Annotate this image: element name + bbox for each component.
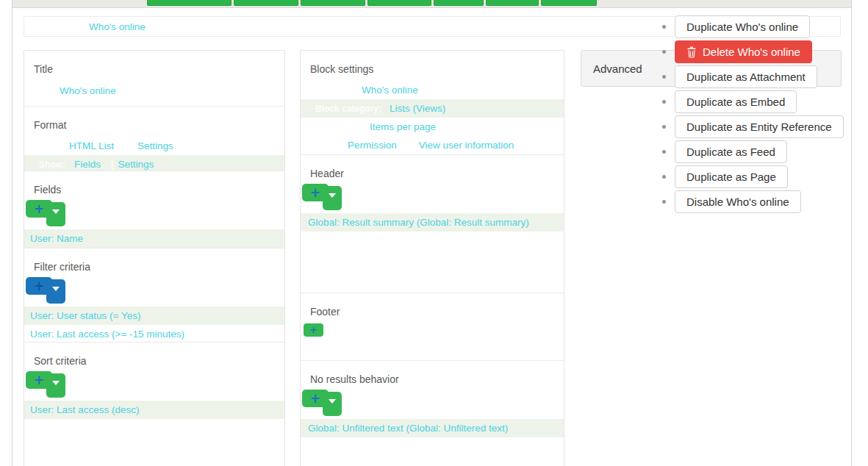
footer-section: Footer +: [301, 293, 564, 361]
header-row: Global: Result summary (Global: Result s…: [301, 213, 564, 232]
fields-section: Fields + User: Name: [24, 171, 284, 248]
caret-down-icon: [329, 193, 336, 198]
bullet-icon: [662, 150, 666, 154]
title-value-link[interactable]: Who's online: [24, 85, 116, 96]
menu-item: Duplicate as Feed: [662, 140, 844, 163]
filter-row: User: Last access (>= -15 minutes): [24, 325, 284, 343]
title-row: Who's online: [24, 82, 284, 100]
menu-item: Duplicate as Attachment: [662, 65, 844, 88]
toolbar-segment: [541, 0, 597, 6]
menu-item: Duplicate as Page: [662, 165, 844, 188]
block-settings-heading: Block settings: [301, 51, 564, 75]
menu-item: Delete Who's online: [662, 40, 844, 63]
format-style-link[interactable]: HTML List: [24, 140, 114, 151]
add-footer-button[interactable]: +: [304, 323, 323, 337]
bullet-icon: [662, 75, 666, 79]
first-column: Title Who's online Format HTML List Sett…: [24, 50, 285, 466]
add-sort-button-group: +: [26, 371, 68, 401]
trash-icon: [686, 46, 697, 58]
title-heading: Title: [24, 51, 284, 75]
show-row: Show: Fields | Settings: [24, 155, 284, 171]
no-results-row: Global: Unfiltered text (Global: Unfilte…: [301, 419, 564, 437]
menu-item: Duplicate as Entity Reference: [662, 115, 844, 138]
bullet-icon: [662, 100, 666, 104]
disable-view-button[interactable]: Disable Who's online: [675, 190, 801, 213]
menu-item: Duplicate Who's online: [662, 15, 844, 38]
sort-section: Sort criteria + User: Last access (desc): [24, 343, 284, 419]
frame-left-border: [12, 0, 12, 466]
bullet-icon: [662, 200, 666, 204]
block-name-link[interactable]: Who's online: [301, 85, 418, 96]
show-fields-link[interactable]: Fields: [74, 159, 101, 170]
format-heading: Format: [24, 107, 284, 131]
plus-icon: +: [34, 204, 44, 214]
add-no-results-button-group: +: [302, 390, 345, 419]
add-sort-dropdown-toggle[interactable]: [46, 373, 65, 398]
add-header-dropdown-toggle[interactable]: [323, 186, 342, 210]
header-section: Header + Global: Result summary (Global:…: [301, 155, 564, 293]
plus-icon: +: [34, 281, 44, 291]
title-section: Title Who's online: [24, 51, 284, 107]
fields-heading: Fields: [24, 171, 284, 196]
add-no-results-dropdown-toggle[interactable]: [323, 392, 342, 416]
format-section: Format HTML List Settings Show: Fields |…: [24, 107, 284, 171]
plus-icon: +: [310, 187, 320, 198]
duplicate-as-feed-button[interactable]: Duplicate as Feed: [675, 140, 787, 163]
toolbar-segment: [486, 0, 539, 6]
permission-row: Permission View user information: [301, 136, 564, 154]
items-per-page-link[interactable]: Items per page: [301, 121, 436, 132]
block-category-label: Block category:: [301, 104, 381, 114]
plus-icon: +: [310, 393, 320, 404]
caret-down-icon: [52, 381, 60, 385]
bullet-icon: [662, 175, 666, 179]
duplicate-as-page-button[interactable]: Duplicate as Page: [675, 165, 788, 188]
bullet-icon: [662, 25, 666, 29]
show-label: Show:: [24, 159, 65, 170]
format-row: HTML List Settings: [24, 137, 284, 155]
permission-link[interactable]: Permission: [301, 140, 397, 151]
sort-row: User: Last access (desc): [24, 401, 284, 419]
add-header-button-group: +: [302, 184, 345, 213]
duplicate-as-entity-reference-button[interactable]: Duplicate as Entity Reference: [675, 115, 844, 138]
duplicate-as-embed-button[interactable]: Duplicate as Embed: [675, 90, 797, 113]
block-category-row: Block category: Lists (Views): [301, 99, 564, 118]
plus-icon: +: [34, 375, 44, 385]
add-filter-button-group: +: [26, 277, 68, 307]
sort-link[interactable]: User: Last access (desc): [24, 404, 140, 415]
format-settings-link[interactable]: Settings: [137, 140, 173, 151]
display-title-link[interactable]: Who's online: [24, 21, 146, 32]
permission-value-link[interactable]: View user information: [419, 140, 514, 151]
bullet-icon: [662, 125, 666, 129]
footer-heading: Footer: [301, 293, 564, 318]
toolbar-segment: [367, 0, 431, 6]
view-actions-menu: Duplicate Who's online Delete Who's onli…: [662, 15, 844, 215]
filter-link[interactable]: User: User status (= Yes): [24, 310, 140, 321]
filter-heading: Filter criteria: [24, 248, 284, 273]
no-results-link[interactable]: Global: Unfiltered text (Global: Unfilte…: [301, 423, 508, 434]
toolbar-segment: [234, 0, 298, 6]
no-results-heading: No results behavior: [301, 361, 564, 385]
block-category-link[interactable]: Lists (Views): [390, 103, 445, 114]
duplicate-view-button[interactable]: Duplicate Who's online: [675, 15, 810, 38]
toolbar-segment: [147, 0, 232, 6]
toolbar-segment: [434, 0, 484, 6]
show-separator: |: [111, 159, 113, 170]
plus-icon: +: [309, 326, 318, 334]
no-results-section: No results behavior + Global: Unfiltered…: [301, 361, 564, 466]
menu-item: Duplicate as Embed: [662, 90, 844, 113]
add-filter-dropdown-toggle[interactable]: [46, 279, 65, 304]
duplicate-as-attachment-button[interactable]: Duplicate as Attachment: [675, 65, 817, 88]
filter-section: Filter criteria + User: User status (= Y…: [24, 248, 284, 343]
header-link[interactable]: Global: Result summary (Global: Result s…: [301, 217, 529, 228]
block-settings-section: Block settings Who's online Block catego…: [301, 51, 564, 155]
second-column: Block settings Who's online Block catego…: [300, 50, 564, 466]
items-per-page-row: Items per page: [301, 118, 564, 136]
add-field-dropdown-toggle[interactable]: [46, 202, 65, 226]
caret-down-icon: [329, 399, 336, 404]
add-field-button-group: +: [26, 200, 68, 229]
delete-view-button[interactable]: Delete Who's online: [675, 40, 812, 63]
views-ui-edit-page: { "display_bar": { "title_link": "Who's …: [0, 0, 868, 466]
show-settings-link[interactable]: Settings: [118, 159, 154, 170]
filter-link[interactable]: User: Last access (>= -15 minutes): [24, 329, 184, 340]
field-link[interactable]: User: Name: [24, 233, 83, 244]
